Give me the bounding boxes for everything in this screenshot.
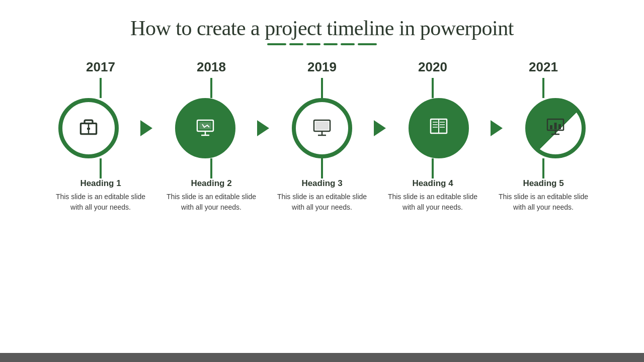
bottom-tick-4 [377, 158, 488, 178]
slide: How to create a project timeline in powe… [0, 0, 644, 362]
bottom-tick-2 [156, 158, 267, 178]
info-heading-5: Heading 5 [523, 178, 564, 189]
tick-top-4 [432, 78, 434, 98]
info-item-2: Heading 2 This slide is an editable slid… [156, 178, 267, 213]
node-wrapper-4 [395, 98, 482, 158]
info-item-4: Heading 4 This slide is an editable slid… [377, 178, 488, 213]
years-row: 2017 2018 2019 2020 2021 [45, 59, 599, 98]
svg-rect-4 [85, 120, 93, 124]
year-item-1: 2017 [45, 59, 156, 98]
year-label-4: 2020 [418, 59, 447, 75]
year-label-1: 2017 [86, 59, 115, 75]
bottom-tick-5 [488, 158, 599, 178]
info-heading-3: Heading 3 [301, 178, 342, 189]
year-item-4: 2020 [377, 59, 488, 98]
tick-top-2 [210, 78, 212, 98]
bottom-bar [0, 353, 644, 362]
year-label-2: 2018 [197, 59, 226, 75]
connector-3 [365, 123, 395, 133]
presentation-icon [194, 115, 216, 142]
info-text-5: This slide is an editable slide with all… [492, 192, 595, 213]
svg-rect-26 [550, 125, 552, 129]
title-area: How to create a project timeline in powe… [130, 16, 514, 45]
info-heading-4: Heading 4 [412, 178, 453, 189]
circles-row [45, 98, 599, 158]
year-label-3: 2019 [307, 59, 337, 75]
svg-rect-28 [558, 124, 561, 129]
circle-node-3 [292, 98, 352, 158]
info-text-1: This slide is an editable slide with all… [49, 192, 152, 213]
info-item-1: Heading 1 This slide is an editable slid… [45, 178, 156, 213]
circle-node-1 [58, 98, 119, 158]
node-wrapper-1 [45, 98, 132, 158]
book-icon [428, 115, 450, 142]
connector-1 [132, 123, 162, 133]
info-text-2: This slide is an editable slide with all… [160, 192, 263, 213]
bottom-ticks-row [45, 158, 599, 178]
connector-4 [482, 123, 512, 133]
info-item-3: Heading 3 This slide is an editable slid… [267, 178, 377, 213]
year-item-2: 2018 [156, 59, 267, 98]
chart-icon [544, 115, 567, 142]
info-text-4: This slide is an editable slide with all… [381, 192, 484, 213]
arrow-3 [374, 120, 386, 136]
node-wrapper-3 [279, 98, 365, 158]
bottom-tick-3 [267, 158, 377, 178]
arrow-1 [140, 120, 152, 136]
briefcase-icon [77, 115, 100, 142]
bottom-tick-1 [45, 158, 156, 178]
svg-rect-6 [87, 128, 90, 130]
info-row: Heading 1 This slide is an editable slid… [45, 178, 599, 213]
year-item-5: 2021 [488, 59, 599, 98]
year-label-5: 2021 [529, 59, 558, 75]
tick-top-3 [321, 78, 323, 98]
circle-node-5 [525, 98, 586, 158]
node-wrapper-2 [162, 98, 249, 158]
timeline-section: 2017 2018 2019 2020 2021 [0, 59, 644, 362]
info-text-3: This slide is an editable slide with all… [271, 192, 373, 213]
circle-node-4 [409, 98, 469, 158]
monitor-icon [311, 115, 333, 142]
arrow-4 [491, 120, 503, 136]
connector-2 [249, 123, 279, 133]
tick-top-5 [542, 78, 544, 98]
info-item-5: Heading 5 This slide is an editable slid… [488, 178, 599, 213]
main-title: How to create a project timeline in powe… [130, 16, 514, 40]
title-underline [130, 43, 514, 45]
node-wrapper-5 [512, 98, 599, 158]
svg-rect-8 [199, 122, 211, 129]
circle-node-2 [175, 98, 235, 158]
svg-rect-27 [554, 123, 557, 129]
info-heading-2: Heading 2 [191, 178, 231, 189]
info-heading-1: Heading 1 [80, 178, 121, 189]
svg-rect-14 [315, 122, 329, 130]
year-item-3: 2019 [267, 59, 377, 98]
tick-top-1 [100, 78, 102, 98]
arrow-2 [257, 120, 269, 136]
